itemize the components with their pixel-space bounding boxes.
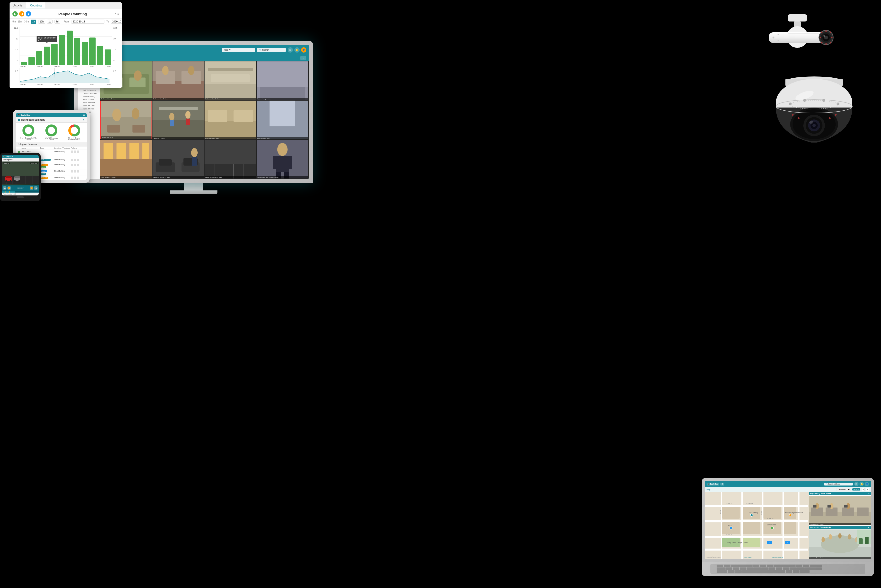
action-icon-7[interactable]	[71, 164, 74, 166]
action-icon-13[interactable]	[71, 177, 74, 179]
bar-8[interactable]	[74, 38, 80, 65]
action-icon-10[interactable]	[71, 170, 74, 172]
from-date-input[interactable]	[71, 20, 104, 24]
tablet-dropdown-icon[interactable]: ▼	[83, 119, 85, 121]
action-icon-3[interactable]	[77, 150, 79, 153]
camera-cell-2[interactable]: Conference Room 2 - Aust...	[152, 62, 204, 100]
laptop-menu-btn[interactable]: ☰	[720, 483, 724, 486]
phone-home-btn[interactable]	[17, 196, 24, 198]
laptop-video-expand-2[interactable]: ⤢	[868, 526, 869, 528]
camera-cell-5[interactable]: Training Room - Aust...	[101, 100, 152, 139]
action-icon-15[interactable]	[77, 177, 79, 179]
camera-cell-7[interactable]: Leadership Room - Aust...	[204, 100, 256, 139]
laptop-mail-icon[interactable]: ✉	[854, 482, 858, 486]
bar-7[interactable]	[67, 31, 73, 65]
action-icon-8[interactable]	[74, 164, 76, 166]
laptop-video-cell-2[interactable]: Conference Room - Austin	[809, 530, 871, 559]
camera-cell-3[interactable]: Conference Room 3 - Aust...	[204, 62, 256, 100]
svg-point-227	[812, 124, 816, 127]
sidebar-sub-austin2[interactable]: Austin 2nd Floor	[78, 101, 100, 104]
tab-counting[interactable]: Counting	[26, 2, 45, 9]
action-icon-4[interactable]	[71, 159, 74, 161]
nav-back-btn[interactable]: ◀	[19, 11, 24, 16]
camera-cell-11[interactable]: Parking Garage Floor 2 - Status	[204, 140, 256, 178]
phone-forward[interactable]: ⏩	[30, 186, 33, 190]
laptop-bell-icon[interactable]: 🔔	[860, 482, 864, 486]
action-icon-1[interactable]	[71, 150, 74, 153]
chart-help-icon[interactable]: ?	[114, 12, 116, 15]
bar-tooltip: 10-14 08:00-08:59= 6	[36, 36, 57, 42]
bar-11[interactable]	[97, 46, 103, 65]
laptop-zoom-out[interactable]: −	[866, 488, 869, 491]
laptop-zoom-in[interactable]: +	[861, 488, 865, 491]
laptop-search-bar[interactable]: 🔍 Search address	[824, 483, 853, 486]
bar-10[interactable]	[89, 38, 96, 65]
bar-12[interactable]	[105, 50, 111, 65]
bar-6[interactable]	[59, 35, 65, 65]
time-btn-1h[interactable]: 1h	[31, 20, 36, 24]
tablet-menu-icon[interactable]: ☰	[83, 114, 85, 116]
bar-5[interactable]	[51, 44, 58, 65]
monitor-view-options[interactable]: ⋮	[300, 56, 306, 60]
nav-up-btn[interactable]: ▲	[26, 11, 31, 16]
laptop-video-cell-1[interactable]: Engineering Team - Austin	[809, 496, 871, 525]
action-icon-6[interactable]	[77, 159, 79, 161]
svg-point-202	[823, 35, 825, 37]
svg-rect-192	[769, 573, 807, 573]
bar-4[interactable]: 10-14 08:00-08:59= 6	[44, 46, 50, 65]
camera-cell-9[interactable]: Lobby Entrance 2 - Dallas...	[101, 140, 152, 178]
bar-3[interactable]	[36, 51, 42, 65]
svg-point-207	[777, 34, 779, 35]
tag-closet: Closet	[40, 173, 46, 175]
laptop-video-expand[interactable]: ⤢	[868, 493, 869, 495]
phone-skip-end[interactable]: ⏭	[34, 186, 38, 190]
chart-window: Activity Counting ▶ ◀ ▲ People Counting …	[9, 2, 122, 88]
laptop-user-icon[interactable]: 👤	[865, 482, 869, 486]
svg-point-232	[822, 99, 825, 102]
to-date-input[interactable]	[111, 20, 122, 24]
phone-timeline[interactable]	[2, 190, 39, 193]
sidebar-sub-people-counting[interactable]: People Counting	[78, 95, 100, 98]
svg-rect-171	[810, 565, 822, 567]
camera-cell-4[interactable]: Cafe and Lounge - Dors...	[257, 62, 308, 100]
action-icon-12[interactable]	[77, 170, 79, 172]
chart-bottom-labels: 04:0006:0008:0010:0012:0014:00	[20, 82, 112, 86]
camera-cell-12[interactable]: Security Guard Body Camera 1 - Restr...	[257, 140, 308, 178]
sidebar-sub-austin3[interactable]: Austin 3rd Floor	[78, 104, 100, 107]
action-icon-11[interactable]	[74, 170, 76, 172]
sidebar-sub-location[interactable]: Location Detection	[78, 92, 100, 95]
action-icon-5[interactable]	[74, 159, 76, 161]
time-btn-12h[interactable]: 12h	[38, 20, 45, 24]
nav-prev-btn[interactable]: ▶	[12, 11, 18, 16]
svg-text:Central Presbyterian Church: Central Presbyterian Church	[784, 512, 803, 514]
time-btn-1d[interactable]: 1d	[47, 20, 53, 24]
time-btn-7d[interactable]: 7d	[54, 20, 60, 24]
tablet-dashboard-label: Dashboard Summary	[21, 118, 45, 121]
bell-icon[interactable]: 🔔	[294, 47, 300, 52]
sidebar-sub-austin1[interactable]: Austin 1st Floor	[78, 98, 100, 101]
bar-2[interactable]	[29, 57, 35, 65]
action-icon-2[interactable]	[74, 150, 76, 153]
user-avatar[interactable]: 👤	[301, 47, 306, 52]
camera-cell-6[interactable]: Parking Lot 1 - Aust...	[152, 100, 204, 139]
camera-cell-8[interactable]: Lobby Entrance - Aust...	[257, 100, 308, 139]
monitor-tags-dropdown[interactable]: Tags ▼	[222, 48, 255, 52]
phone-rewind[interactable]: ⏪	[8, 186, 11, 190]
laptop-video-title-2: Conference Room - Austin	[810, 526, 831, 528]
tab-activity[interactable]: Activity	[9, 2, 26, 9]
svg-rect-193	[788, 14, 807, 21]
laptop-floor-selector[interactable]: All Floors	[836, 488, 851, 491]
camera-cell-10[interactable]: Parking Garage Floor 1 - Status	[152, 140, 204, 178]
bar-9[interactable]	[82, 42, 88, 65]
laptop-screen: 🦅 Eagle Eye ☰ 🔍 Search address ✉ 🔔 👤 Map	[705, 481, 871, 559]
sidebar-sub-high-traffic[interactable]: High Traffic Areas	[78, 88, 100, 92]
mail-icon[interactable]: ✉	[288, 47, 293, 52]
chart-area: 12.5107.552.5 12.5107.552.5 10-14 08:00-…	[9, 25, 122, 88]
monitor-search-bar[interactable]: 🔍 Search	[257, 48, 286, 52]
chart-menu-icon[interactable]: ≡	[117, 12, 119, 15]
bar-1[interactable]	[21, 62, 27, 65]
phone-skip-start[interactable]: ⏮	[3, 186, 6, 190]
action-icon-14[interactable]	[74, 177, 76, 179]
action-icon-9[interactable]	[77, 164, 79, 166]
laptop-slide-btn[interactable]: Slide all	[852, 488, 860, 490]
